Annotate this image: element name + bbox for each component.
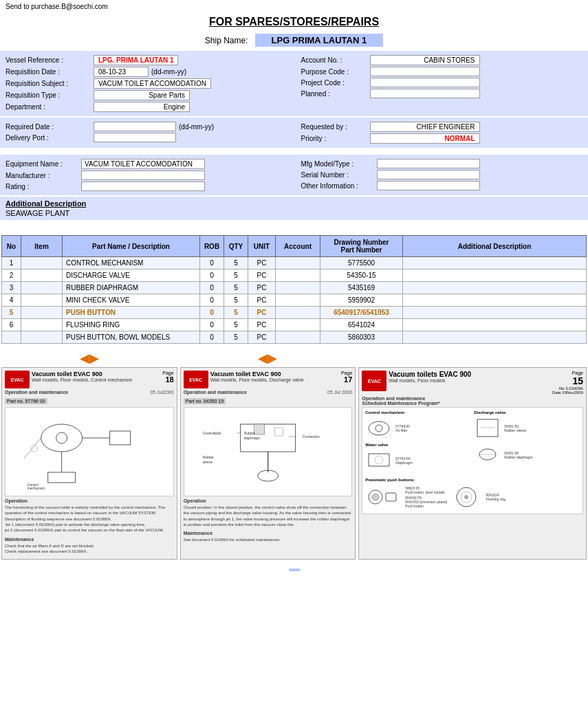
table-cell: 0 xyxy=(200,282,224,294)
table-cell: 0 xyxy=(200,319,224,331)
svg-rect-14 xyxy=(274,428,283,436)
col-item: Item xyxy=(21,236,63,257)
req-date-value: 08-10-23 xyxy=(94,67,149,77)
table-cell xyxy=(403,270,587,282)
col-partname: Part Name / Description xyxy=(63,236,200,257)
table-cell: 54350-15 xyxy=(320,270,403,282)
req-type-row: Requisition Type : Spare Parts xyxy=(6,90,294,100)
svg-point-9 xyxy=(31,445,38,452)
planned-row: Planned : xyxy=(301,89,583,98)
evac-logo-3: EVAC xyxy=(362,371,386,391)
mfg-model-row: Mfg Model/Type : xyxy=(301,159,583,168)
purpose-value xyxy=(370,67,480,76)
table-cell xyxy=(2,331,21,344)
svg-point-36 xyxy=(464,495,468,499)
requested-by-label: Requested by : xyxy=(301,123,370,131)
table-cell: RUBBER DIAPHRAGM xyxy=(63,282,200,294)
vessel-ref-value: LPG. PRIMA LAUTAN 1 xyxy=(94,55,178,65)
priority-label: Priority : xyxy=(301,135,370,142)
table-cell: 5 xyxy=(224,294,248,307)
doc1-title: Vacuum toilet EVAC 900 xyxy=(32,371,151,377)
account-row: Account No. : CABIN STORES xyxy=(301,55,583,65)
ship-name-label: Ship Name: xyxy=(205,36,248,45)
svg-rect-3 xyxy=(110,431,131,445)
parts-table: No Item Part Name / Description ROB QTY … xyxy=(1,235,587,344)
table-cell xyxy=(276,257,320,270)
table-cell xyxy=(276,294,320,307)
table-cell: 5860303 xyxy=(320,331,403,344)
email-header: Send to purchase.B@soechi.com xyxy=(0,0,588,13)
svg-point-26 xyxy=(375,456,383,464)
table-cell xyxy=(403,319,587,331)
svg-rect-11 xyxy=(254,424,264,434)
table-cell: PC xyxy=(248,307,276,319)
required-date-value xyxy=(94,122,176,131)
col-adddesc: Additional Description xyxy=(403,236,587,257)
table-cell: 5 xyxy=(224,331,248,344)
table-cell xyxy=(403,257,587,270)
table-cell xyxy=(403,282,587,294)
evac-logo-1: EVAC xyxy=(5,371,30,388)
account-value: CABIN STORES xyxy=(370,55,480,65)
table-cell: 3 xyxy=(2,282,21,294)
table-cell: 2 xyxy=(2,270,21,282)
table-cell xyxy=(276,307,320,319)
table-cell: PUSH BUTTON xyxy=(63,307,200,319)
table-cell: FLUSHING RING xyxy=(63,319,200,331)
manufacturer-label: Manufacturer : xyxy=(6,172,81,179)
table-cell: 0 xyxy=(200,257,224,270)
req-subject-row: Requisition Subject : VACUM TOILET ACCOM… xyxy=(6,78,294,89)
doc3-scheduled: Scheduled Maintenance Program* xyxy=(362,401,583,406)
priority-value: NORMAL xyxy=(370,133,480,144)
table-cell xyxy=(21,319,63,331)
col-account: Account xyxy=(276,236,320,257)
table-cell: 0 xyxy=(200,307,224,319)
doc2-subtitle: Wall models, Floor models, Discharge val… xyxy=(210,377,330,382)
project-value xyxy=(370,78,480,87)
table-cell: 5435169 xyxy=(320,282,403,294)
table-cell: MINI CHECK VALVE xyxy=(63,294,200,307)
serial-label: Serial Number : xyxy=(301,171,377,179)
svg-text:Connection: Connection xyxy=(302,434,320,439)
table-cell: 4 xyxy=(2,294,21,307)
equip-name-label: Equipment Name : xyxy=(6,160,81,168)
table-cell: PC xyxy=(248,257,276,270)
additional-desc-section: Additional Description SEAWAGE PLANT xyxy=(0,197,588,220)
account-label: Account No. : xyxy=(301,56,370,64)
delivery-port-row: Delivery Port : xyxy=(6,133,294,142)
svg-text:sleeve: sleeve xyxy=(202,460,213,464)
table-cell xyxy=(21,270,63,282)
doc1-date: 05 Jul2000 xyxy=(150,390,173,395)
table-cell: DISCHARGE VALVE xyxy=(63,270,200,282)
table-cell xyxy=(21,307,63,319)
parts-table-container: No Item Part Name / Description ROB QTY … xyxy=(0,235,588,344)
page-indicator-1 xyxy=(289,569,300,571)
svg-point-0 xyxy=(41,424,83,452)
vessel-ref-row: Vessel Reference : LPG. PRIMA LAUTAN 1 xyxy=(6,55,294,65)
doc3-page: 15 xyxy=(549,375,583,386)
table-cell: 5 xyxy=(2,307,21,319)
doc2-page: 17 xyxy=(331,375,352,384)
svg-point-24 xyxy=(375,425,382,432)
table-cell xyxy=(276,282,320,294)
doc3-page-label: Page xyxy=(549,371,583,375)
doc-image-1: EVAC Vacuum toilet EVAC 900 Wall models,… xyxy=(1,367,177,560)
col-drawing: Drawing NumberPart Number xyxy=(320,236,403,257)
req-subject-value: VACUM TOILET ACCOMODATION xyxy=(94,78,211,89)
requested-by-value: CHIEF ENGINEER xyxy=(370,122,480,132)
evac-logo-2: EVAC xyxy=(184,371,208,388)
req-type-label: Requisition Type : xyxy=(6,91,94,99)
table-cell xyxy=(21,282,63,294)
table-cell: 5 xyxy=(224,282,248,294)
ship-name-value: LPG PRIMA LAUTAN 1 xyxy=(255,34,384,47)
table-cell xyxy=(276,270,320,282)
svg-rect-25 xyxy=(369,454,389,466)
svg-rect-27 xyxy=(477,419,498,437)
equip-name-value: VACUM TOILET ACCOMODATION xyxy=(81,159,205,169)
mfg-model-value xyxy=(377,159,480,168)
svg-rect-33 xyxy=(386,493,396,501)
svg-rect-5 xyxy=(48,472,76,483)
table-cell: CONTROL MECHANISM xyxy=(63,257,200,270)
svg-point-32 xyxy=(372,494,379,500)
table-cell: PC xyxy=(248,331,276,344)
